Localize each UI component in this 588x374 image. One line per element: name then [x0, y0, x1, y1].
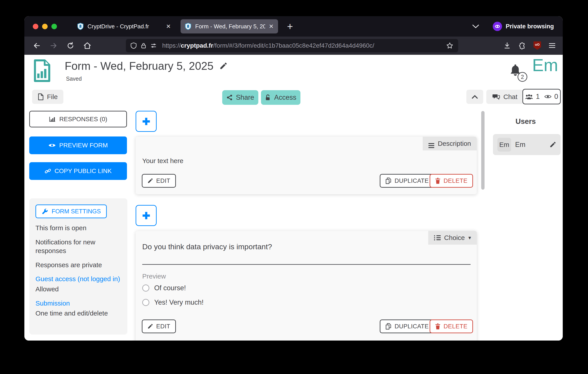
plus-icon [141, 210, 151, 221]
duplicate-label: DUPLICATE [395, 177, 429, 184]
duplicate-button[interactable]: DUPLICATE [380, 174, 434, 188]
notification-count-badge: 2 [517, 72, 527, 82]
delete-button[interactable]: DELETE [430, 320, 473, 333]
tab-form-active[interactable]: Form - Wed, February 5, 2025 ✕ [180, 19, 278, 33]
file-menu-button[interactable]: File [32, 90, 63, 104]
drag-handle[interactable] [303, 140, 309, 143]
reload-icon[interactable] [65, 40, 76, 52]
duplicate-label: DUPLICATE [395, 323, 429, 330]
browser-window: CryptDrive - CryptPad.fr ✕ Form - Wed, F… [24, 16, 563, 341]
back-icon[interactable] [31, 40, 42, 52]
choice-block: Choice ▾ Do you think data privacy is im… [136, 231, 477, 341]
unlock-icon [265, 94, 271, 101]
block-type-tab-description[interactable]: Description [423, 137, 477, 150]
save-status: Saved [66, 75, 82, 82]
users-group-icon [525, 94, 533, 100]
radio-icon [142, 284, 149, 291]
close-tab-icon[interactable]: ✕ [269, 23, 274, 30]
forward-icon[interactable] [48, 40, 59, 52]
setting-submission-link[interactable]: Submission [35, 299, 121, 308]
private-browsing-indicator: Private browsing [493, 22, 554, 31]
duplicate-button[interactable]: DUPLICATE [380, 320, 434, 333]
list-tabs-chevron-icon[interactable] [472, 24, 479, 29]
link-icon [44, 168, 51, 174]
copy-pages-icon [385, 177, 391, 184]
rename-pencil-icon[interactable] [219, 62, 227, 70]
choice-option[interactable]: Yes! Very much! [142, 299, 204, 306]
toolbar-extensions: uO [504, 41, 555, 50]
pencil-icon [147, 323, 153, 329]
lock-icon[interactable] [141, 42, 146, 49]
file-menu-label: File [47, 93, 58, 101]
chevron-up-icon [472, 95, 478, 99]
preview-form-label: PREVIEW FORM [59, 142, 108, 149]
question-input[interactable]: Do you think data privacy is important? [142, 242, 272, 251]
window-controls [33, 24, 57, 29]
copy-public-link-button[interactable]: COPY PUBLIC LINK [29, 162, 127, 180]
delete-label: DELETE [443, 177, 467, 184]
downloads-icon[interactable] [504, 42, 510, 49]
nav-buttons [31, 40, 93, 52]
block-type-tab-choice[interactable]: Choice ▾ [428, 231, 477, 245]
plus-icon [141, 116, 151, 126]
setting-guest-access-value: Allowed [35, 285, 121, 294]
minimize-window-button[interactable] [42, 24, 48, 29]
url-bar[interactable]: https://cryptpad.fr/form/#/3/form/edit/c… [126, 39, 458, 52]
form-settings-button[interactable]: FORM SETTINGS [35, 205, 107, 218]
edit-button[interactable]: EDIT [142, 174, 176, 188]
responses-button[interactable]: RESPONSES (0) [29, 111, 127, 127]
extensions-puzzle-icon[interactable] [518, 42, 525, 49]
menu-hamburger-icon[interactable] [549, 45, 555, 46]
option-label: Yes! Very much! [154, 299, 204, 306]
list-bullets-icon [434, 235, 441, 240]
url-domain: cryptpad.fr [181, 42, 213, 49]
new-tab-button[interactable]: + [284, 20, 296, 32]
option-label: Of course! [154, 284, 186, 292]
delete-label: DELETE [443, 323, 467, 330]
vertical-scrollbar[interactable] [481, 111, 484, 190]
close-window-button[interactable] [33, 24, 38, 29]
maximize-window-button[interactable] [51, 24, 57, 29]
trash-icon [435, 323, 441, 330]
ublock-origin-icon[interactable]: uO [534, 42, 541, 50]
bookmark-star-icon[interactable] [446, 42, 453, 49]
radio-icon [142, 299, 149, 306]
desktop: CryptDrive - CryptPad.fr ✕ Form - Wed, F… [0, 0, 588, 374]
add-block-button-bottom[interactable] [136, 205, 157, 226]
edit-button[interactable]: EDIT [142, 320, 176, 333]
preview-label: Preview [142, 272, 166, 280]
share-icon [226, 94, 233, 101]
chat-button[interactable]: Chat [486, 90, 523, 104]
url-text[interactable]: https://cryptpad.fr/form/#/3/form/edit/c… [162, 42, 374, 49]
permissions-icon[interactable] [151, 43, 157, 49]
copy-pages-icon [385, 323, 391, 330]
drag-handle[interactable] [303, 234, 309, 238]
responses-label: RESPONSES (0) [59, 116, 107, 123]
text-lines-icon [429, 143, 434, 144]
collapse-toolbar-button[interactable] [466, 90, 483, 104]
access-button[interactable]: Access [261, 90, 300, 105]
url-protocol: https:// [162, 42, 181, 49]
tab-cryptdrive[interactable]: CryptDrive - CryptPad.fr ✕ [73, 19, 175, 33]
block-type-label: Choice [444, 234, 465, 241]
user-name: Em [515, 141, 525, 149]
tracking-shield-icon[interactable] [131, 42, 136, 49]
account-avatar[interactable]: Em [532, 55, 558, 75]
setting-guest-access-link[interactable]: Guest access (not logged in) [35, 274, 121, 283]
choice-option[interactable]: Of course! [142, 284, 186, 292]
delete-button[interactable]: DELETE [430, 174, 473, 188]
setting-responses-private: Responses are private [35, 260, 121, 270]
user-avatar: Em [497, 138, 511, 152]
share-button[interactable]: Share [222, 90, 258, 105]
preview-form-button[interactable]: PREVIEW FORM [29, 136, 127, 154]
pencil-icon [147, 178, 153, 184]
edit-user-pencil-icon[interactable] [549, 141, 556, 148]
notifications-area[interactable]: 2 [509, 63, 527, 80]
trash-icon [435, 178, 441, 184]
close-tab-icon[interactable]: ✕ [166, 23, 171, 30]
cryptpad-shield-icon [185, 23, 191, 30]
viewers-count: 0 [554, 93, 558, 101]
add-block-button-top[interactable] [136, 111, 157, 132]
home-icon[interactable] [82, 40, 93, 52]
presence-badge[interactable]: 1 0 [522, 89, 561, 104]
